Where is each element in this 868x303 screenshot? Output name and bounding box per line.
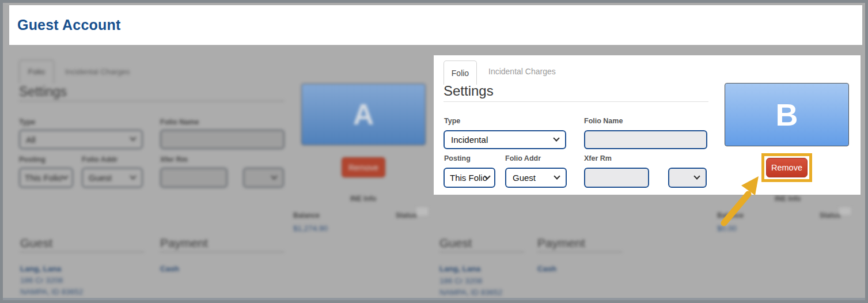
settings-heading-background: Settings xyxy=(19,84,67,100)
type-label: Type xyxy=(19,118,35,126)
folio-a-badge: A xyxy=(301,84,426,145)
folio-b-badge: B xyxy=(725,83,849,146)
divider xyxy=(19,101,284,101)
tab-folio-background[interactable]: Folio xyxy=(19,60,54,83)
folio-addr-select[interactable]: Guest xyxy=(505,168,567,188)
guest-address-line1: 186 Cr 3208 xyxy=(439,277,482,285)
type-select[interactable]: All xyxy=(19,130,143,149)
payment-method-link[interactable]: Cash xyxy=(537,264,556,273)
folio-addr-label: Folio Addr xyxy=(505,154,541,162)
xfer-rm-label: Xfer Rm xyxy=(584,154,612,162)
tab-folio-label: Folio xyxy=(452,69,469,78)
tab-folio-label: Folio xyxy=(28,67,45,76)
chevron-down-icon xyxy=(130,134,136,141)
remove-folio-a-button[interactable]: Remove xyxy=(342,157,385,177)
type-select-value: All xyxy=(26,135,36,145)
xfer-rm-label: Xfer Rm xyxy=(160,156,188,164)
payment-heading: Payment xyxy=(160,236,208,250)
posting-select-value: This Folio xyxy=(25,173,62,183)
folio-name-input[interactable] xyxy=(584,130,707,149)
divider xyxy=(160,252,284,252)
folio-addr-select-value: Guest xyxy=(89,173,112,183)
divider xyxy=(439,252,524,252)
posting-select[interactable]: This Folio xyxy=(444,168,495,188)
folio-name-input[interactable] xyxy=(160,130,285,149)
chevron-down-icon xyxy=(271,173,277,179)
tab-incidental-charges[interactable]: Incidental Charges xyxy=(488,67,556,76)
folio-settings-focus-panel: Folio Incidental Charges Settings Type I… xyxy=(434,55,861,195)
guest-name-link[interactable]: Lang, Lana xyxy=(20,264,61,273)
payment-method-link[interactable]: Cash xyxy=(160,264,179,273)
folio-addr-select-value: Guest xyxy=(513,173,536,183)
tab-folio[interactable]: Folio xyxy=(444,60,477,85)
posting-select[interactable]: This Folio xyxy=(19,168,73,188)
chevron-down-icon xyxy=(553,135,559,141)
guest-address-line2: NAMPA, ID 83652 xyxy=(20,287,83,296)
guest-name-link[interactable]: Lang, Lana xyxy=(439,264,480,273)
balance-label: Balance xyxy=(293,211,320,219)
xfer-rm-input[interactable] xyxy=(160,168,228,188)
type-select-value: Incidental xyxy=(451,135,488,145)
xfer-rm-unit-select[interactable] xyxy=(243,168,284,188)
status-checkbox[interactable] xyxy=(839,207,851,215)
divider xyxy=(20,252,144,252)
ine-info-label: INE Info xyxy=(775,195,801,203)
status-label: Status xyxy=(820,211,841,219)
posting-label: Posting xyxy=(444,154,471,162)
folio-name-label: Folio Name xyxy=(584,117,623,125)
chevron-down-icon xyxy=(62,173,68,179)
folio-addr-select[interactable]: Guest xyxy=(82,168,143,188)
guest-heading: Guest xyxy=(20,236,52,250)
posting-label: Posting xyxy=(19,156,46,164)
tab-incidental-charges-background[interactable]: Incidental Charges xyxy=(65,67,130,76)
remove-folio-b-button[interactable]: Remove xyxy=(766,158,808,177)
divider xyxy=(444,101,708,102)
status-label: Status xyxy=(396,211,417,219)
balance-value: $1,274.90 xyxy=(293,224,328,233)
chevron-down-icon xyxy=(693,173,700,179)
type-select[interactable]: Incidental xyxy=(444,130,566,149)
remove-button-highlight: Remove xyxy=(761,153,812,182)
status-checkbox[interactable] xyxy=(416,207,428,215)
folio-addr-label: Folio Addr xyxy=(82,156,117,164)
chevron-down-icon xyxy=(554,173,560,179)
settings-heading: Settings xyxy=(444,83,494,99)
ine-info-label: INE Info xyxy=(350,195,376,203)
xfer-rm-unit-select[interactable] xyxy=(668,168,707,188)
app-window: Guest Account Folio Incidental Charges S… xyxy=(0,0,868,303)
payment-heading: Payment xyxy=(537,236,585,250)
callout-arrow-icon xyxy=(716,172,768,230)
xfer-rm-input[interactable] xyxy=(584,168,649,188)
posting-select-value: This Folio xyxy=(450,173,487,183)
folio-name-label: Folio Name xyxy=(160,118,199,126)
guest-address-line2: NAMPA, ID 83652 xyxy=(439,288,502,297)
divider xyxy=(537,252,622,252)
guest-address-line1: 186 Cr 3208 xyxy=(20,276,63,285)
type-label: Type xyxy=(444,117,460,125)
chevron-down-icon xyxy=(130,173,136,179)
guest-heading: Guest xyxy=(439,236,472,250)
